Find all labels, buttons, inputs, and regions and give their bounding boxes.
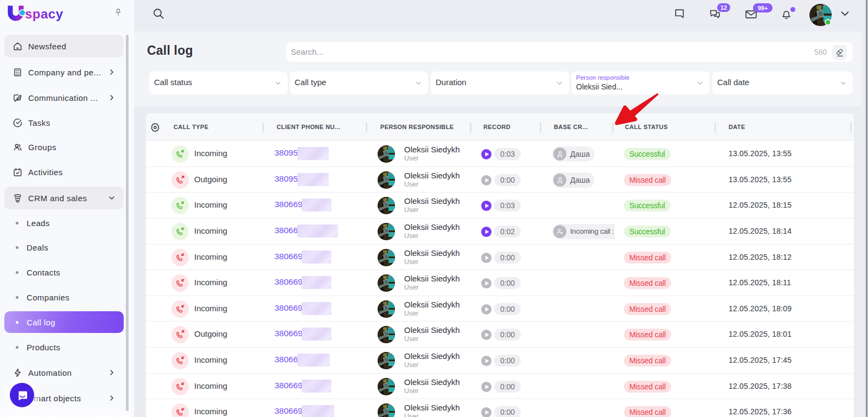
svg-text:spacy: spacy — [25, 7, 63, 21]
